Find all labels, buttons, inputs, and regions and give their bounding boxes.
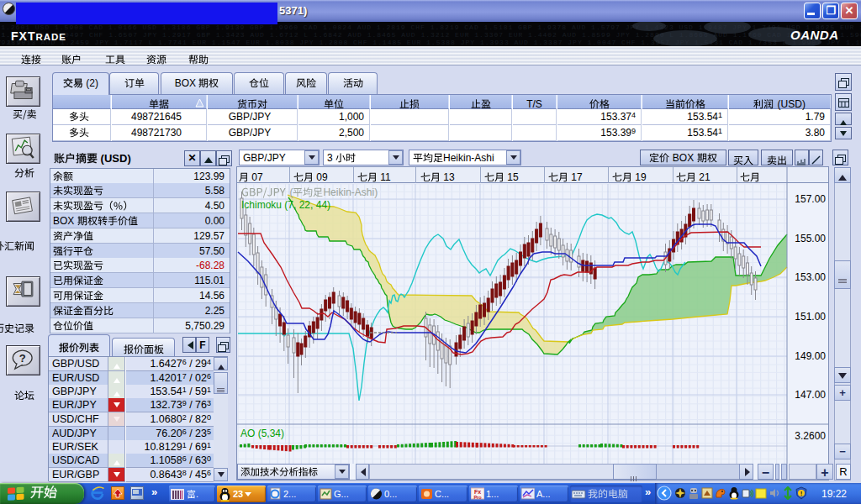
svg-text:Pro: Pro	[473, 495, 482, 500]
svg-text:!: !	[800, 490, 803, 497]
